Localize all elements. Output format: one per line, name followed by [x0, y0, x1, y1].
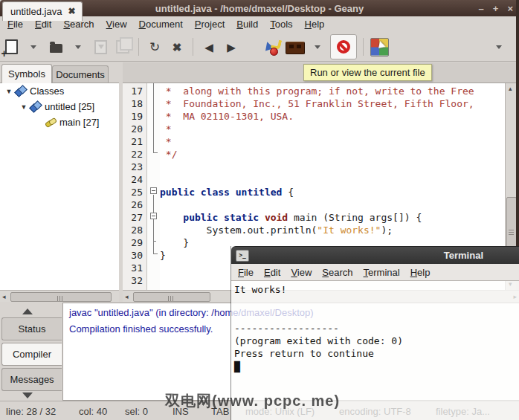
menu-document[interactable]: Document [133, 16, 189, 32]
terminal-menu-view[interactable]: View [286, 264, 317, 281]
run-button[interactable] [330, 34, 357, 59]
code-text [160, 173, 505, 186]
toolbar-separator [138, 38, 139, 56]
terminal-menu-help[interactable]: Help [405, 264, 436, 281]
scrollbar-thumb[interactable] [133, 292, 210, 302]
window-edge [516, 0, 519, 247]
color-chooser-button[interactable] [370, 36, 389, 58]
fold-collapse-icon[interactable] [150, 213, 157, 219]
toolbar-overflow-button[interactable] [489, 36, 509, 58]
scrollbar-thumb[interactable] [10, 292, 112, 302]
scroll-up-icon[interactable]: ▴ [509, 85, 512, 92]
menu-tools[interactable]: Tools [264, 16, 298, 32]
terminal-menu-terminal[interactable]: Terminal [358, 264, 405, 281]
terminal-line: █ [234, 361, 519, 373]
navigate-back-button[interactable]: ◀ [199, 36, 219, 58]
tree-expander-icon[interactable]: ▼ [19, 103, 28, 111]
panel-tab-compiler[interactable]: Compiler [1, 343, 62, 366]
line-number: 26 [123, 198, 146, 211]
tree-item-classes[interactable]: ▼Classes [0, 83, 119, 99]
save-button [91, 36, 110, 58]
tab-close-icon[interactable]: ✖ [68, 6, 75, 21]
line-number: 23 [123, 161, 146, 173]
code-line-24: 24 [123, 173, 505, 186]
minimize-button[interactable]: – [479, 3, 484, 14]
tree-item-untitled[interactable]: ▼untitled [25] [0, 99, 119, 114]
line-number: 19 [123, 110, 146, 123]
menu-project[interactable]: Project [189, 16, 231, 32]
terminal-menu-edit[interactable]: Edit [259, 264, 286, 281]
terminal-menu-search[interactable]: Search [317, 264, 358, 281]
sidebar-tab-documents[interactable]: Documents [52, 65, 109, 83]
terminal-line [234, 309, 519, 322]
window-controls: – + × [479, 0, 513, 16]
fold-collapse-icon[interactable] [150, 187, 157, 194]
menu-build[interactable]: Build [231, 16, 264, 32]
terminal-line: Press return to continue [234, 347, 519, 360]
tree-item-label: main [27] [59, 117, 99, 128]
code-line-19: 19 * MA 02110-1301, USA. [123, 110, 505, 123]
build-dropdown[interactable] [308, 36, 327, 58]
code-line-25: 25public class untitled { [123, 186, 505, 198]
watermark: 双电网(www. pcpc. me) [165, 391, 340, 411]
panel-tab-status[interactable]: Status [1, 317, 62, 340]
build-button[interactable] [286, 36, 305, 58]
chevron-down-icon [30, 45, 36, 49]
close-x-icon: ✖ [173, 42, 182, 53]
sidebar-tab-symbols[interactable]: Symbols [1, 64, 52, 83]
code-text: * [160, 123, 505, 135]
method-icon [45, 117, 56, 127]
save-all-icon [116, 40, 129, 54]
tree-expander-icon[interactable]: ▼ [4, 88, 13, 95]
code-text: public static void main (String args[]) … [160, 211, 505, 224]
close-button[interactable]: × [507, 3, 513, 14]
open-dropdown[interactable] [68, 36, 88, 58]
terminal-line: ------------------ [234, 322, 519, 335]
open-button[interactable] [46, 36, 65, 58]
class-icon [16, 86, 26, 96]
reload-button[interactable]: ↻ [145, 36, 164, 58]
terminal-menubar: FileEditViewSearchTerminalHelp [231, 264, 519, 281]
new-file-dropdown[interactable] [24, 36, 43, 58]
code-text: * MA 02110-1301, USA. [160, 110, 505, 123]
code-line-26: 26 [123, 198, 505, 211]
line-number: 27 [123, 211, 146, 224]
code-line-23: 23 [123, 161, 505, 173]
editor-tab-label: untitled.java [10, 6, 62, 21]
fold-line [153, 195, 154, 254]
maximize-button[interactable]: + [493, 3, 499, 14]
panel-scroll-down-icon[interactable] [22, 392, 33, 398]
menu-help[interactable]: Help [299, 16, 331, 32]
code-line-21: 21 * [123, 135, 505, 148]
close-document-button[interactable]: ✖ [167, 36, 187, 58]
open-folder-icon [50, 44, 62, 53]
code-text: System.out.println("It works!"); [160, 224, 505, 236]
stop-sign-icon [337, 40, 350, 54]
tree-item-label: Classes [30, 85, 64, 97]
line-number: 32 [123, 274, 146, 287]
run-tooltip: Run or view the current file [303, 64, 432, 81]
line-number: 28 [123, 224, 146, 236]
line-number: 24 [123, 173, 146, 186]
back-arrow-icon: ◀ [204, 42, 213, 53]
scroll-left-icon[interactable]: ◂ [125, 294, 129, 300]
terminal-menu-file[interactable]: File [233, 264, 259, 281]
code-line-20: 20 * [123, 123, 505, 135]
terminal-titlebar[interactable]: Terminal [231, 246, 519, 264]
menu-view[interactable]: View [100, 16, 133, 32]
tree-item-main[interactable]: main [27] [0, 114, 119, 130]
toolbar-separator [363, 38, 364, 56]
line-number: 30 [123, 249, 146, 262]
new-file-button[interactable] [1, 36, 21, 58]
terminal-app-icon [236, 250, 249, 262]
navigate-forward-button[interactable]: ▶ [222, 36, 241, 58]
compile-icon [263, 38, 283, 56]
compile-button[interactable] [263, 36, 283, 58]
panel-scroll-up-icon[interactable] [22, 308, 33, 314]
build-brick-icon [286, 42, 305, 54]
sidebar-hscrollbar[interactable]: ◂ [0, 290, 119, 302]
scroll-left-icon[interactable]: ◂ [2, 294, 6, 300]
panel-tab-messages[interactable]: Messages [1, 368, 62, 391]
editor-tab-untitled-java[interactable]: untitled.java ✖ [2, 1, 83, 21]
code-text [160, 198, 505, 211]
